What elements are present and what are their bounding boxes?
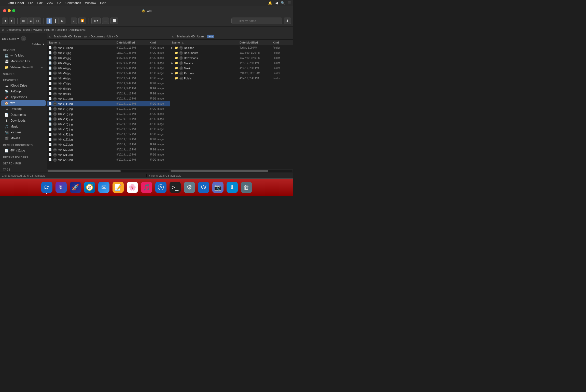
back-icon[interactable]: ◀ (275, 1, 278, 5)
add-to-selection-btn[interactable]: ⊕ (53, 56, 57, 60)
sidebar-item-wms-mac[interactable]: 💻 wm's Mac (1, 53, 46, 58)
folder-expand-arrow[interactable]: ▶ (171, 47, 174, 49)
vmware-eject-icon[interactable]: ⏏ (40, 66, 43, 69)
filter-input[interactable] (231, 18, 282, 24)
right-col-name-header[interactable]: Name ▲ (171, 41, 239, 44)
view-icon-button[interactable]: ⊞ (20, 18, 27, 24)
add-to-selection-btn[interactable]: ⊕ (53, 122, 57, 126)
right-folder-row[interactable]: 📁 ⊕ Downloads 11/27/20, 6:40 PM Folder (170, 55, 293, 61)
left-bc-wm[interactable]: wm (84, 35, 88, 38)
right-hscroll-thumb[interactable] (171, 170, 268, 172)
left-file-row[interactable]: 📄 ⊕ 404 (5).jpg 9/18/19, 5:44 PM JPEG im… (47, 71, 170, 76)
left-file-row[interactable]: 📄 ⊕ 404 (7).jpg 9/18/19, 5:44 PM JPEG im… (47, 81, 170, 86)
left-file-row[interactable]: 📄 ⊕ 404 (18).jpg 9/17/19, 1:12 PM JPEG i… (47, 137, 170, 142)
dock-item-word[interactable]: W (197, 181, 210, 194)
add-to-selection-btn[interactable]: ⊕ (179, 77, 183, 80)
right-folder-row[interactable]: ▶ 📁 ⊕ Movies 4/24/19, 2:48 PM Folder (170, 61, 293, 66)
add-to-selection-btn[interactable]: ⊕ (53, 92, 57, 95)
drop-stack-icon[interactable]: ◎ (21, 36, 26, 41)
sidebar-item-wm[interactable]: 🏠 wm (1, 100, 46, 106)
sync-button[interactable]: ⏫ (78, 18, 86, 24)
folder-expand-arrow[interactable]: ▶ (171, 62, 174, 64)
add-to-selection-btn[interactable]: ⊕ (53, 77, 57, 80)
left-bc-home[interactable]: ⌂ (49, 34, 51, 38)
left-bc-users[interactable]: Users (74, 35, 81, 38)
nav-forward-button[interactable]: ▶ (9, 18, 15, 24)
add-to-selection-btn[interactable]: ⊕ (53, 138, 57, 141)
right-bc-users[interactable]: Users (197, 35, 205, 38)
add-to-selection-btn[interactable]: ⊕ (53, 61, 57, 65)
view-list-button[interactable]: ≡ (27, 18, 34, 24)
sidebar-item-pictures[interactable]: 📷 Pictures (1, 130, 46, 135)
left-file-row[interactable]: 📄 ⊕ 404 (19).jpg 9/17/19, 1:12 PM JPEG i… (47, 142, 170, 147)
left-file-row[interactable]: 📄 ⊕ 404 (3).jpg 9/18/19, 5:44 PM JPEG im… (47, 61, 170, 66)
right-bc-home[interactable]: ⌂ (172, 34, 174, 38)
add-to-selection-btn[interactable]: ⊕ (53, 143, 57, 146)
add-to-selection-btn[interactable]: ⊕ (53, 46, 57, 50)
add-to-selection-btn[interactable]: ⊕ (53, 153, 57, 157)
left-file-row[interactable]: 📄 ⊕ 404 (16).jpg 9/17/19, 1:12 PM JPEG i… (47, 127, 170, 132)
left-file-row[interactable]: 📄 ⊕ 404 (10).jpg 9/17/19, 1:12 PM JPEG i… (47, 96, 170, 101)
left-file-row[interactable]: 📄 ⊕ 404 (1).jpeg 9/17/19, 1:11 PM JPEG i… (47, 45, 170, 50)
add-to-selection-btn[interactable]: ⊕ (53, 128, 57, 131)
search-menu-icon[interactable]: 🔍 (281, 1, 285, 5)
left-col-date-header[interactable]: Date Modified (116, 41, 149, 44)
breadcrumb-music[interactable]: Music (23, 28, 31, 31)
notification-icon[interactable]: 🔔 (268, 1, 272, 5)
left-hscrollbar[interactable] (47, 169, 170, 173)
pane-single-button[interactable]: ▐ (46, 18, 52, 24)
right-folder-row[interactable]: 📁 ⊕ Music 4/24/19, 2:48 PM Folder (170, 66, 293, 71)
sidebar-item-desktop[interactable]: 🖥 Desktop (1, 106, 46, 112)
left-file-row[interactable]: 📄 ⊕ 404 (1).jpg 11/3/17, 1:35 PM JPEG im… (47, 50, 170, 55)
add-to-selection-btn[interactable]: ⊕ (53, 158, 57, 162)
sidebar-toggle[interactable]: Sidebar ▼ (0, 42, 47, 46)
left-file-row[interactable]: 📄 ⊕ 404 (13).jpg 9/17/19, 1:11 PM JPEG i… (47, 111, 170, 117)
dock-item-photos[interactable]: 🌸 (126, 181, 139, 194)
copy-path-button[interactable]: ⬜ (110, 18, 118, 24)
sidebar-item-macintosh-hd[interactable]: 💾 Macintosh HD (1, 59, 46, 64)
add-to-selection-btn[interactable]: ⊕ (53, 102, 57, 106)
breadcrumb-desktop[interactable]: Desktop (57, 28, 67, 31)
breadcrumb-documents[interactable]: Documents (7, 28, 21, 31)
breadcrumb-applications[interactable]: Applications (69, 28, 85, 31)
dock-item-terminal[interactable]: >_ (169, 181, 182, 194)
add-to-selection-btn[interactable]: ⊕ (53, 148, 57, 151)
right-folder-row[interactable]: ▶ 📁 ⊕ Desktop Today, 2:09 PM Folder (170, 45, 293, 50)
right-folder-row[interactable]: ▶ 📁 ⊕ Pictures 7/10/20, 11:31 AM Folder (170, 71, 293, 76)
nav-back-button[interactable]: ◀ (2, 18, 8, 24)
sidebar-item-vmware[interactable]: 📁 VMware Shared F... ⏏ (1, 64, 46, 70)
left-col-name-header[interactable]: Name ▲ (48, 41, 116, 44)
add-to-selection-btn[interactable]: ⊕ (53, 82, 57, 85)
left-file-row[interactable]: 📄 ⊕ 404 (17).jpg 9/17/19, 1:12 PM JPEG i… (47, 132, 170, 137)
menu-commands[interactable]: Commands (65, 1, 81, 5)
dock-item-safari[interactable]: 🧭 (83, 181, 96, 194)
dock-item-trash[interactable]: 🗑 (240, 181, 253, 194)
sidebar-item-applications[interactable]: 🚀 Applications (1, 94, 46, 100)
add-to-selection-btn[interactable]: ⊕ (53, 112, 57, 116)
sidebar-item-icloud[interactable]: ☁ iCloud Drive (1, 83, 46, 88)
add-to-selection-btn[interactable]: ⊕ (179, 56, 183, 60)
add-to-selection-btn[interactable]: ⊕ (179, 46, 183, 50)
sort-button[interactable]: ⊞▼ (91, 18, 101, 24)
sidebar-item-movies[interactable]: 🎬 Movies (1, 135, 46, 141)
left-file-row[interactable]: 📄 ⊕ 404 (2).jpg 9/18/19, 5:44 PM JPEG im… (47, 55, 170, 61)
sidebar-item-music[interactable]: 🎵 Music (1, 124, 46, 129)
left-bc-documents[interactable]: Documents (91, 35, 105, 38)
dock-item-launchpad[interactable]: 🚀 (69, 181, 82, 194)
menu-edit[interactable]: Edit (37, 1, 43, 5)
maximize-button[interactable] (12, 9, 15, 12)
dock-item-image-capture[interactable]: 📷 (211, 181, 225, 194)
left-file-row[interactable]: 📄 ⊕ 404 (14).jpg 9/17/19, 1:11 PM JPEG i… (47, 117, 170, 122)
dock-item-siri[interactable]: 🎙 (54, 181, 68, 194)
add-to-selection-btn[interactable]: ⊕ (179, 61, 183, 65)
minimize-button[interactable] (8, 9, 11, 12)
right-folder-row[interactable]: 📁 ⊕ Public 4/24/19, 2:48 PM Folder (170, 76, 293, 81)
menu-go[interactable]: Go (57, 1, 61, 5)
dock-item-downloads-folder[interactable]: ⬇ (226, 181, 239, 194)
left-bc-macintosh[interactable]: Macintosh HD (54, 35, 72, 38)
left-file-row[interactable]: 📄 ⊕ 404 (20).jpg 9/17/19, 1:12 PM JPEG i… (47, 147, 170, 152)
sidebar-item-recent-404[interactable]: 📄 404 (1).jpg (1, 148, 46, 153)
menu-window[interactable]: Window (85, 1, 96, 5)
right-bc-wm[interactable]: wm (207, 35, 214, 38)
right-folder-row[interactable]: 📁 ⊕ Documents 11/19/20, 1:26 PM Folder (170, 50, 293, 55)
